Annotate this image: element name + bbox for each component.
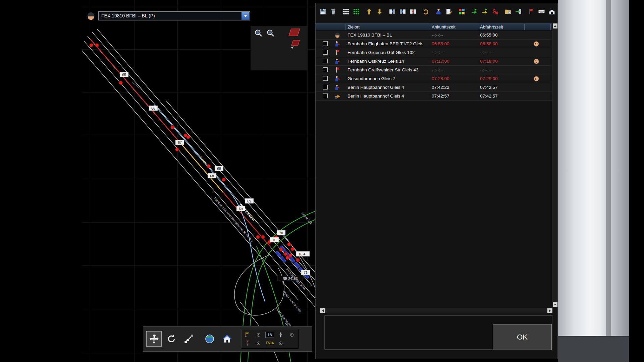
edit-list-icon[interactable] bbox=[444, 7, 453, 16]
timetable-rows: FEX 19810 BFBI – BL--:--:--06:55:00Fernb… bbox=[316, 31, 552, 101]
passenger-icon bbox=[334, 58, 341, 65]
svg-text:65: 65 bbox=[122, 73, 126, 77]
zielort-cell: Berlin Hauptbahnhof Gleis 4 bbox=[347, 94, 404, 99]
dropdown-arrow-icon[interactable] bbox=[241, 12, 249, 20]
vertical-scrollbar[interactable] bbox=[552, 23, 557, 307]
map-header: FEX 19810 BFBI – BL (P) bbox=[82, 11, 315, 22]
track-map-panel: 65 66 67 68 68 69 69 70 70 71 16 4 RB 24… bbox=[82, 0, 315, 362]
flag-icon[interactable] bbox=[527, 7, 536, 16]
row-checkbox[interactable] bbox=[323, 67, 328, 72]
timetable-row[interactable]: Berlin Hauptbahnhof Gleis 407:42:2207:42… bbox=[316, 83, 552, 92]
mast-signal-icon[interactable] bbox=[244, 331, 251, 338]
import-icon[interactable] bbox=[514, 7, 523, 16]
depart-icon bbox=[334, 93, 341, 100]
abfahrtszeit-cell: 07:18:00 bbox=[480, 59, 498, 64]
timetable-row[interactable]: Fernbahn Greifswalder Str Gleis 43--:--:… bbox=[316, 66, 552, 74]
map-extent-icon[interactable] bbox=[288, 28, 301, 37]
keyboard-icon[interactable] bbox=[537, 7, 546, 16]
remove-stop-icon[interactable]: S bbox=[491, 7, 500, 16]
world-view-button[interactable] bbox=[202, 331, 217, 347]
red-signal-icon[interactable] bbox=[244, 340, 251, 347]
speed-value-field[interactable]: 18 bbox=[265, 332, 274, 338]
train-selector-value: FEX 19810 BFBI – BL (P) bbox=[101, 13, 155, 18]
add-stop-green-icon[interactable] bbox=[470, 7, 479, 16]
grid-green-icon[interactable] bbox=[352, 7, 361, 16]
zoom-in-button[interactable] bbox=[254, 28, 263, 38]
column-zielort[interactable]: Zielort bbox=[347, 24, 360, 29]
abfahrtszeit-cell: 06:58:00 bbox=[480, 41, 498, 46]
scroll-left-button[interactable] bbox=[320, 308, 325, 313]
row-checkbox[interactable] bbox=[323, 76, 328, 81]
row-checkbox[interactable] bbox=[323, 59, 328, 63]
save-icon[interactable] bbox=[318, 7, 327, 16]
coupler-icon[interactable] bbox=[277, 331, 284, 338]
world-scene-strip bbox=[558, 0, 629, 362]
svg-text:16 4: 16 4 bbox=[299, 252, 306, 256]
svg-text:68: 68 bbox=[210, 174, 214, 178]
indicator-dot-icon[interactable] bbox=[255, 340, 262, 347]
color-grid-icon[interactable] bbox=[457, 7, 466, 16]
row-checkbox[interactable] bbox=[323, 41, 328, 46]
grid-small-icon[interactable] bbox=[341, 7, 351, 16]
abfahrtszeit-cell: 06:55:00 bbox=[480, 33, 498, 38]
row-checkbox[interactable] bbox=[323, 50, 328, 55]
map-zoom-controls bbox=[251, 26, 308, 70]
folder-gear-icon[interactable] bbox=[503, 7, 513, 16]
application-window: 65 66 67 68 68 69 69 70 70 71 16 4 RB 24… bbox=[0, 0, 644, 362]
column-abfahrtszeit[interactable]: Abfahrtszeit bbox=[480, 24, 503, 29]
ankunftszeit-cell: 07:42:22 bbox=[432, 85, 449, 90]
pan-tool-button[interactable] bbox=[146, 331, 162, 347]
signal-status-panel: 18 TS14 bbox=[241, 329, 299, 349]
ankunftszeit-cell: --:--:-- bbox=[432, 33, 443, 38]
insert-left-icon[interactable] bbox=[388, 7, 397, 16]
horizontal-scrollbar[interactable] bbox=[320, 308, 552, 313]
row-checkbox[interactable] bbox=[323, 94, 328, 98]
ts-label: TS14 bbox=[266, 341, 274, 345]
undo-icon[interactable] bbox=[421, 7, 430, 16]
driver-icon[interactable] bbox=[434, 7, 443, 16]
timetable-row[interactable]: Fernbahn Gruenau Gbf Gleis 102--:--:----… bbox=[316, 48, 552, 57]
timetable-row[interactable]: FEX 19810 BFBI – BL--:--:--06:55:00 bbox=[316, 31, 552, 40]
timetable-panel: S Zielort Ankunftszeit Abfahrtszeit FEX … bbox=[315, 3, 558, 359]
zielort-cell: Berlin Hauptbahnhof Gleis 4 bbox=[347, 85, 404, 90]
scroll-up-button[interactable] bbox=[553, 23, 557, 28]
svg-text:66: 66 bbox=[151, 106, 155, 110]
insert-right-icon[interactable] bbox=[398, 7, 407, 16]
driver-icon bbox=[86, 11, 96, 21]
home-view-button[interactable] bbox=[219, 331, 235, 347]
driver-icon bbox=[334, 32, 341, 39]
delete-icon[interactable] bbox=[329, 7, 338, 16]
ok-button[interactable]: OK bbox=[493, 324, 552, 350]
passenger-icon bbox=[334, 84, 341, 91]
train-selector-dropdown[interactable]: FEX 19810 BFBI – BL (P) bbox=[98, 11, 250, 20]
jump-to-button[interactable] bbox=[181, 331, 197, 347]
passenger-icon bbox=[334, 41, 341, 47]
ankunftszeit-cell: 07:28:00 bbox=[432, 76, 449, 81]
scroll-right-button[interactable] bbox=[547, 308, 552, 313]
passenger-icon bbox=[334, 75, 341, 82]
timetable-row[interactable]: Fernbahn Ostkreuz Gleis 1407:17:0007:18:… bbox=[316, 57, 552, 66]
table-header: Zielort Ankunftszeit Abfahrtszeit bbox=[316, 23, 552, 31]
map-extent-arrow-icon[interactable] bbox=[289, 39, 301, 49]
column-ankunftszeit[interactable]: Ankunftszeit bbox=[432, 24, 455, 29]
station-icon[interactable] bbox=[547, 7, 556, 16]
svg-text:69: 69 bbox=[247, 199, 251, 203]
indicator-dot-icon[interactable] bbox=[288, 331, 295, 338]
svg-text:70: 70 bbox=[272, 238, 276, 242]
move-down-icon[interactable] bbox=[375, 7, 384, 16]
add-stop-yellow-icon[interactable] bbox=[480, 7, 489, 16]
timetable-row[interactable]: Gesundbrunnen Gleis 707:28:0007:29:00 bbox=[316, 74, 552, 83]
scene-pillar bbox=[606, 0, 611, 362]
scene-platform bbox=[558, 336, 629, 362]
zoom-out-button[interactable] bbox=[266, 28, 275, 38]
svg-text:67: 67 bbox=[178, 140, 182, 144]
timetable-row[interactable]: Fernbahn Flughafen BER T1/T2 Gleis06:55:… bbox=[316, 40, 552, 48]
rotate-view-button[interactable] bbox=[164, 331, 179, 347]
insert-split-icon[interactable] bbox=[409, 7, 418, 16]
indicator-dot-icon[interactable] bbox=[255, 331, 262, 338]
indicator-dot-icon[interactable] bbox=[277, 340, 284, 347]
move-up-icon[interactable] bbox=[365, 7, 374, 16]
timetable-row[interactable]: Berlin Hauptbahnhof Gleis 407:42:5707:42… bbox=[316, 92, 552, 101]
row-checkbox[interactable] bbox=[323, 85, 328, 89]
scroll-down-button[interactable] bbox=[553, 302, 557, 307]
